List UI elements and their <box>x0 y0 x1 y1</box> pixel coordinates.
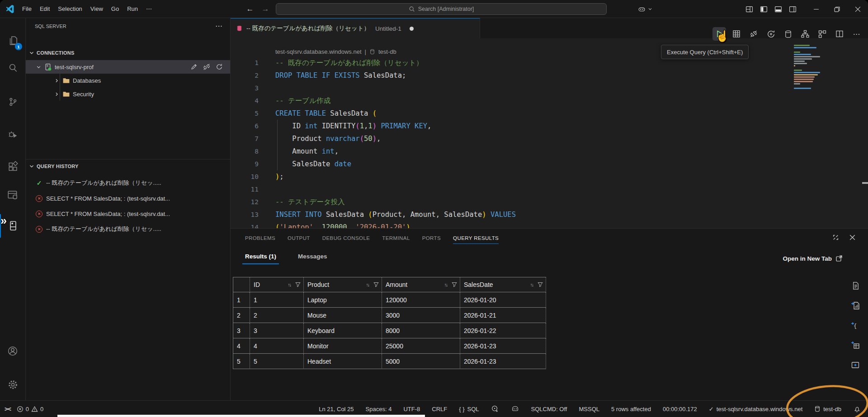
breadcrumb[interactable]: test-sqlsrv.database.windows.net | test-… <box>275 47 396 56</box>
grid-cell[interactable]: 2026-01-23 <box>460 338 546 354</box>
code-editor[interactable]: test-sqlsrv.database.windows.net | test-… <box>231 38 868 228</box>
panel-tab[interactable]: OUTPUT <box>288 229 310 248</box>
filter-icon[interactable] <box>295 282 301 287</box>
menu-item[interactable]: File <box>18 3 36 14</box>
minimap[interactable] <box>794 45 823 90</box>
change-database-button[interactable] <box>781 27 795 41</box>
grid-corner-cell[interactable] <box>233 277 250 292</box>
view-as-text-button[interactable] <box>849 279 862 292</box>
grid-cell[interactable]: Headset <box>304 354 382 369</box>
status-item[interactable]: ✓test-sqlsrv.database.windows.net <box>709 406 802 412</box>
editor-tab-untitled-1[interactable]: -- 既存のテーブルがあれば削除（リセット） Untitled-1 <box>231 18 480 38</box>
row-number-cell[interactable]: 1 <box>233 292 250 308</box>
restore-button[interactable] <box>826 0 847 18</box>
status-item[interactable]: Ln 21, Col 25 <box>319 406 354 412</box>
panel-tab[interactable]: PROBLEMS <box>245 229 275 248</box>
code-line[interactable]: 7 Product nvarchar(50), <box>231 132 868 145</box>
sidebar-item-extensions[interactable] <box>0 155 25 178</box>
filter-icon[interactable] <box>452 282 457 287</box>
filter-icon[interactable] <box>538 282 543 287</box>
copilot-menu-button[interactable] <box>637 5 653 14</box>
back-arrow-icon[interactable]: ← <box>245 5 255 14</box>
column-header-salesdate[interactable]: SalesDate↑↓ <box>460 277 546 292</box>
sidebar-item-database-projects[interactable] <box>0 183 25 207</box>
customize-layout-icon[interactable] <box>745 5 753 13</box>
toggle-panel-icon[interactable] <box>774 5 782 13</box>
grid-cell[interactable]: 8000 <box>382 323 460 338</box>
panel-tab[interactable]: QUERY RESULTS <box>453 229 499 248</box>
sidebar-more-actions-icon[interactable]: ⋯ <box>215 22 223 30</box>
code-line[interactable]: 2DROP TABLE IF EXISTS SalesData; <box>231 69 868 82</box>
code-line[interactable]: 9 SalesDate date <box>231 158 868 170</box>
query-history-section-header[interactable]: QUERY HISTORY <box>26 161 230 172</box>
row-number-cell[interactable]: 4 <box>233 338 250 354</box>
query-history-item[interactable]: SELECT * FROM SalesData; : (test-sqlsrv.… <box>26 206 230 221</box>
remote-indicator[interactable]: >< <box>5 405 10 412</box>
refresh-icon[interactable] <box>216 63 223 70</box>
code-line[interactable]: 5CREATE TABLE SalesData ( <box>231 107 868 120</box>
grid-cell[interactable]: 3 <box>250 323 304 338</box>
grid-cell[interactable]: 2026-01-22 <box>460 323 546 338</box>
grid-cell[interactable]: 2026-01-23 <box>460 354 546 369</box>
status-item[interactable]: 00:00:00.172 <box>663 406 697 412</box>
grid-cell[interactable]: 4 <box>250 338 304 354</box>
code-line[interactable]: 6 ID int IDENTITY(1,1) PRIMARY KEY, <box>231 120 868 132</box>
change-connection-sync-button[interactable] <box>764 27 778 41</box>
status-item[interactable]: UTF-8 <box>403 406 420 412</box>
sidebar-item-explorer[interactable]: 1 <box>0 29 25 52</box>
tree-item-databases[interactable]: Databases <box>26 74 230 87</box>
grid-cell[interactable]: Monitor <box>304 338 382 354</box>
sort-icon[interactable]: ↑↓ <box>366 282 369 287</box>
connections-section-header[interactable]: CONNECTIONS <box>26 47 230 58</box>
open-in-new-tab-button[interactable]: Open in New Tab <box>783 255 843 262</box>
account-button[interactable] <box>0 339 25 363</box>
code-line[interactable]: 10); <box>231 170 868 183</box>
status-item[interactable]: Spaces: 4 <box>366 406 392 412</box>
code-line[interactable]: 13INSERT INTO SalesData (Product, Amount… <box>231 208 868 221</box>
row-number-cell[interactable]: 5 <box>233 354 250 369</box>
menu-item[interactable]: Selection <box>54 3 86 14</box>
save-as-json-button[interactable]: { } <box>849 319 862 332</box>
grid-cell[interactable]: Mouse <box>304 308 382 323</box>
linked-nodes-button[interactable] <box>816 27 829 41</box>
github-copilot-icon[interactable] <box>511 405 519 413</box>
panel-tab[interactable]: DEBUG CONSOLE <box>322 229 370 248</box>
sort-icon[interactable]: ↑↓ <box>530 282 533 287</box>
results-tab[interactable]: Messages <box>297 251 328 264</box>
code-area[interactable]: 1-- 既存のテーブルがあれば削除（リセット）2DROP TABLE IF EX… <box>231 56 868 228</box>
code-line[interactable]: 11 <box>231 183 868 196</box>
show-chart-button[interactable] <box>849 359 862 371</box>
status-item[interactable]: CRLF <box>432 406 447 412</box>
grid-cell[interactable]: 5000 <box>382 354 460 369</box>
copilot-status-icon[interactable] <box>491 405 499 413</box>
forward-arrow-icon[interactable]: → <box>260 5 270 14</box>
query-history-item[interactable]: SELECT * FROM SalesData; : (test-sqlsrv.… <box>26 191 230 206</box>
code-line[interactable]: 12-- テストデータ投入 <box>231 196 868 208</box>
sidebar-item-search[interactable] <box>0 56 25 80</box>
problems-status[interactable]: 0 0 <box>17 406 43 412</box>
settings-button[interactable] <box>0 373 25 396</box>
toggle-secondary-sidebar-icon[interactable] <box>789 5 797 13</box>
row-number-cell[interactable]: 2 <box>233 308 250 323</box>
grid-cell[interactable]: 1 <box>250 292 304 308</box>
menu-item[interactable]: ⋯ <box>142 3 156 14</box>
grid-cell[interactable]: 2026-01-20 <box>460 292 546 308</box>
filter-icon[interactable] <box>373 282 379 287</box>
panel-tab[interactable]: TERMINAL <box>382 229 410 248</box>
grid-cell[interactable]: Laptop <box>304 292 382 308</box>
column-header-product[interactable]: Product↑↓ <box>304 277 382 292</box>
save-as-csv-button[interactable] <box>849 299 862 312</box>
save-as-excel-button[interactable] <box>849 339 862 351</box>
breadcrumb-server[interactable]: test-sqlsrv.database.windows.net <box>275 48 362 55</box>
grid-cell[interactable]: 2026-01-21 <box>460 308 546 323</box>
status-item[interactable]: MSSQL <box>579 406 599 412</box>
row-number-cell[interactable]: 3 <box>233 323 250 338</box>
status-item[interactable]: { }SQL <box>459 406 479 412</box>
split-editor-button[interactable] <box>833 27 846 41</box>
code-line[interactable]: 1-- 既存のテーブルがあれば削除（リセット） <box>231 56 868 69</box>
code-line[interactable]: 3 <box>231 82 868 94</box>
results-grid-button[interactable] <box>730 27 743 41</box>
menu-item[interactable]: View <box>86 3 107 14</box>
sidebar-item-source-control[interactable] <box>0 90 25 113</box>
grid-cell[interactable]: 120000 <box>382 292 460 308</box>
